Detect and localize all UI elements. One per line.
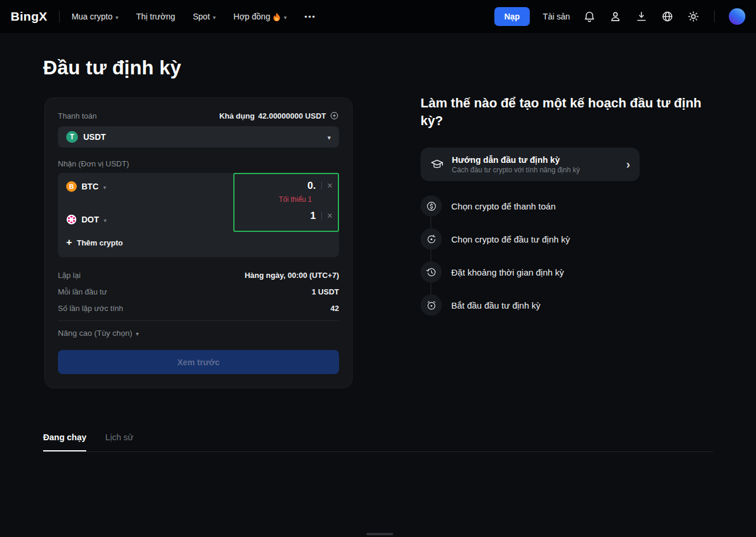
nav-item-assets[interactable]: Tài sản	[543, 12, 570, 21]
help-column: Làm thế nào để tạo một kế hoạch đầu tư đ…	[421, 94, 716, 328]
dot-coin-icon	[66, 214, 77, 225]
btc-coin-icon: B	[66, 181, 77, 192]
estimated-cycles-value: 42	[331, 304, 339, 313]
chevron-right-icon	[626, 158, 630, 171]
dollar-circle-icon	[421, 195, 442, 217]
graduation-cap-icon	[430, 158, 444, 172]
tab-history[interactable]: Lịch sử	[105, 433, 133, 452]
receive-label: Nhận (Đơn vị USDT)	[58, 159, 129, 168]
bingx-logo[interactable]: BingX	[11, 9, 47, 24]
history-clock-icon	[421, 261, 442, 283]
clear-btc-amount-icon[interactable]	[327, 181, 333, 191]
user-account-icon[interactable]	[609, 10, 622, 23]
repeat-value: Hàng ngày, 00:00 (UTC+7)	[245, 271, 339, 280]
theme-sun-icon[interactable]	[687, 10, 700, 23]
chevron-down-icon	[115, 12, 118, 21]
fire-icon	[273, 12, 281, 21]
nav-item-buy-crypto[interactable]: Mua crypto	[71, 12, 118, 21]
dot-amount-input[interactable]: 1	[234, 210, 316, 222]
nav-right: Nạp Tài sản	[494, 7, 745, 26]
plus-icon	[66, 237, 72, 248]
available-label: Khả dụng	[219, 112, 255, 120]
chevron-down-icon	[104, 214, 107, 225]
download-app-icon[interactable]	[635, 10, 648, 23]
guide-subtitle: Cách đầu tư crypto với tính năng định kỳ	[452, 166, 580, 174]
nav-divider	[59, 11, 60, 22]
page-title: Đầu tư định kỳ	[43, 57, 181, 79]
coin-selector-btc[interactable]: B BTC	[66, 181, 106, 192]
deposit-button[interactable]: Nạp	[494, 7, 530, 26]
guide-title: Hướng dẫn đầu tư định kỳ	[452, 155, 580, 165]
advanced-options-toggle[interactable]: Nâng cao (Tùy chọn)	[58, 328, 139, 338]
repeat-row: Lặp lại Hàng ngày, 00:00 (UTC+7)	[58, 269, 339, 281]
btc-min-error: Tối thiểu 1	[234, 195, 338, 206]
btc-amount-input[interactable]: 0.	[234, 180, 316, 192]
input-divider	[321, 212, 322, 220]
tab-running[interactable]: Đang chạy	[43, 433, 86, 452]
chevron-down-icon	[327, 132, 331, 142]
user-avatar[interactable]	[729, 8, 745, 25]
nav-item-markets[interactable]: Thị trường	[136, 12, 175, 21]
clear-dot-amount-icon[interactable]	[327, 211, 333, 221]
top-navbar: BingX Mua crypto Thị trường Spot Hợp đồn…	[0, 0, 756, 33]
tabs-divider	[43, 451, 713, 452]
language-globe-icon[interactable]	[661, 10, 674, 23]
recurring-cycle-icon	[421, 228, 442, 250]
available-balance: Khả dụng 42.00000000 USDT	[219, 111, 339, 120]
per-investment-value: 1 USDT	[312, 287, 339, 296]
per-investment-row: Mỗi lần đầu tư 1 USDT	[58, 286, 339, 297]
available-value: 42.00000000 USDT	[258, 112, 326, 120]
alarm-clock-icon	[421, 294, 442, 316]
add-funds-plus-circle-icon[interactable]	[330, 111, 339, 120]
more-menu-icon[interactable]: •••	[304, 12, 316, 21]
step-set-interval: Đặt khoảng thời gian định kỳ	[421, 261, 716, 283]
preview-button[interactable]: Xem trước	[58, 350, 339, 374]
payment-label: Thanh toán	[58, 112, 97, 120]
payment-coin-select[interactable]: T USDT	[58, 126, 339, 148]
coin-selector-dot[interactable]: DOT	[66, 214, 107, 225]
nav-menu: Mua crypto Thị trường Spot Hợp đồng •••	[71, 12, 316, 21]
chevron-down-icon	[213, 12, 216, 21]
chevron-down-icon	[284, 12, 286, 21]
nav-item-spot[interactable]: Spot	[193, 12, 216, 21]
add-crypto-button[interactable]: Thêm crypto	[66, 237, 123, 248]
input-divider	[321, 182, 322, 189]
nav-divider	[714, 11, 715, 22]
receive-coins-panel: B BTC DOT	[58, 173, 339, 257]
page: BingX Mua crypto Thị trường Spot Hợp đồn…	[0, 0, 756, 537]
card-divider	[58, 320, 339, 321]
chevron-down-icon	[136, 328, 139, 338]
how-to-steps: Chọn crypto để thanh toán Chọn crypto để…	[421, 195, 716, 316]
help-heading: Làm thế nào để tạo một kế hoạch đầu tư đ…	[421, 94, 711, 130]
chevron-down-icon	[103, 181, 106, 192]
step-start-investing: Bắt đầu đầu tư định kỳ	[421, 294, 716, 316]
payment-coin-symbol: USDT	[83, 132, 106, 142]
nav-item-futures[interactable]: Hợp đồng	[233, 12, 286, 21]
guide-banner[interactable]: Hướng dẫn đầu tư định kỳ Cách đầu tư cry…	[421, 148, 640, 181]
dca-form-card: Thanh toán Khả dụng 42.00000000 USDT T U…	[44, 97, 353, 388]
estimated-cycles-row: Số lần lặp ước tính 42	[58, 302, 339, 314]
usdt-coin-icon: T	[66, 131, 78, 143]
plans-tabs: Đang chạy Lịch sử	[43, 433, 133, 452]
step-choose-invest-crypto: Chọn crypto để đầu tư định kỳ	[421, 228, 716, 250]
bottom-scroll-indicator	[366, 533, 393, 535]
notifications-bell-icon[interactable]	[583, 10, 596, 23]
step-choose-payment-crypto: Chọn crypto để thanh toán	[421, 195, 716, 217]
amount-inputs-focus-box: 0. Tối thiểu 1 1	[233, 173, 339, 232]
